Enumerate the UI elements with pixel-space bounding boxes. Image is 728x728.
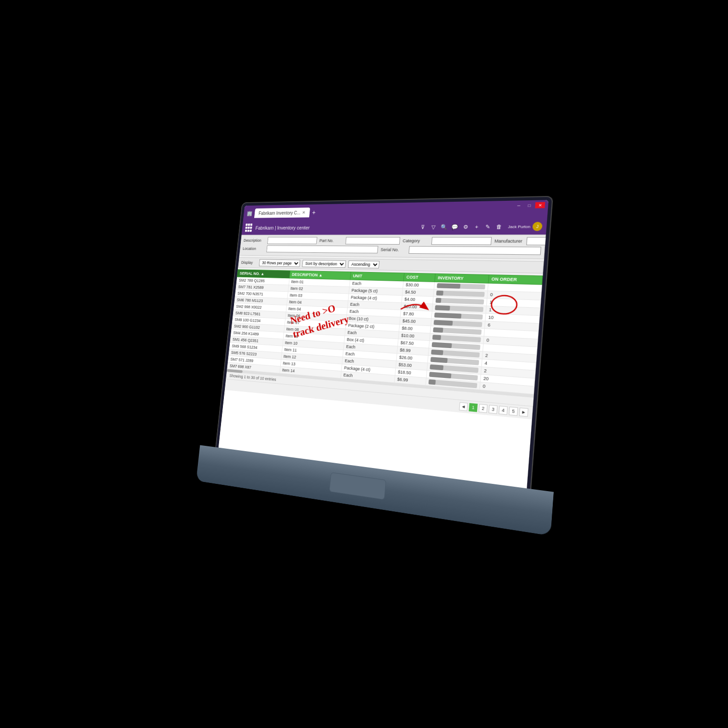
sort-by-select[interactable]: Sort by description [302, 260, 346, 268]
maximize-button[interactable]: □ [524, 202, 534, 208]
cell-inventory [431, 319, 485, 329]
user-name: Jack Purton [508, 224, 531, 229]
part-no-input[interactable] [345, 237, 400, 245]
page-2-button[interactable]: 2 [479, 404, 488, 413]
cell-on-order: 1 [486, 306, 540, 315]
windows-logo-icon [220, 461, 227, 469]
cell-on-order: 6 [484, 321, 539, 331]
laptop-device: 🏢 Fabrikam Inventory C... ✕ + ─ □ ✕ [175, 164, 588, 605]
app-toolbar: Fabrikam | Inventory center ⊽ ▽ 🔍 💬 ⚙ + … [242, 218, 547, 234]
col-header-on-order: ON ORDER [488, 275, 543, 285]
cell-on-order: 2 [482, 351, 536, 363]
delete-icon[interactable]: 🗑 [494, 222, 504, 231]
browser-logo-icon: 🏢 [247, 210, 253, 216]
cell-inventory [434, 282, 489, 290]
minimize-button[interactable]: ─ [514, 202, 524, 208]
tab-close-icon[interactable]: ✕ [302, 210, 306, 215]
description-label: Description [244, 238, 266, 243]
breadcrumb-app: Fabrikam | Inventory center [255, 225, 310, 231]
cell-on-order [484, 328, 538, 339]
cell-cost: $10.00 [398, 332, 430, 341]
col-header-cost: COST [403, 273, 435, 282]
cell-inventory [427, 363, 481, 375]
annotation-arrow-svg [397, 297, 433, 323]
cell-cost: $4.50 [402, 288, 434, 297]
search-icon[interactable]: 🔍 [439, 222, 449, 231]
start-button[interactable] [220, 460, 228, 470]
main-content-area: Description Part No. Category Manufactur… [225, 234, 546, 419]
page-3-button[interactable]: 3 [489, 405, 498, 414]
window-controls: ─ □ ✕ [514, 202, 545, 209]
description-input[interactable] [267, 237, 317, 244]
cell-cost: $45.00 [400, 317, 431, 326]
comment-icon[interactable]: 💬 [450, 222, 459, 231]
apps-grid-icon[interactable] [245, 223, 254, 232]
cell-cost: $30.00 [403, 281, 435, 289]
cell-inventory [429, 348, 483, 359]
cell-on-order: 4 [481, 359, 536, 371]
funnel-icon[interactable]: ▽ [429, 222, 438, 231]
cell-cost: $26.00 [396, 353, 429, 363]
cell-on-order: 20 [480, 375, 534, 387]
category-label: Category [403, 238, 429, 243]
cell-inventory [431, 311, 486, 321]
new-tab-icon[interactable]: + [312, 209, 316, 216]
cell-cost: $6.99 [394, 376, 427, 386]
rows-per-page-select[interactable]: 30 Rows per page [259, 259, 300, 267]
settings-icon[interactable]: ⚙ [461, 222, 470, 231]
cell-inventory [432, 304, 487, 313]
col-header-inventory: INVENTORY [435, 273, 489, 283]
cell-inventory [429, 341, 483, 351]
next-page-button[interactable]: ► [519, 408, 528, 417]
cell-cost: $67.50 [398, 339, 430, 348]
cell-inventory [433, 289, 488, 299]
cell-on-order [488, 283, 542, 292]
svg-point-0 [491, 295, 518, 314]
cell-on-order: 0 [480, 382, 534, 394]
filter-row-1: Description Part No. Category Manufactur… [243, 237, 542, 245]
location-label: Location [243, 247, 265, 251]
cell-on-order [483, 344, 537, 355]
pagination-controls: ◄ 1 2 3 4 5 ► [225, 379, 533, 419]
category-input[interactable] [431, 237, 492, 245]
user-avatar: J [532, 222, 543, 231]
cell-on-order: 0 [487, 291, 542, 300]
part-no-label: Part No. [319, 238, 343, 243]
cell-cost: $53.00 [396, 361, 428, 370]
browser-chrome: 🏢 Fabrikam Inventory C... ✕ + ─ □ ✕ [243, 200, 549, 221]
browser-tab-active[interactable]: Fabrikam Inventory C... ✕ [254, 208, 310, 218]
cell-cost: $20.00 [401, 303, 433, 312]
cell-on-order: 0 [483, 336, 538, 347]
edit-icon[interactable]: ✎ [483, 222, 493, 232]
cell-inventory [430, 326, 485, 336]
order-select[interactable]: Ascending [348, 260, 380, 269]
manufacturer-input[interactable] [526, 237, 546, 245]
cell-cost: $4.00 [402, 296, 433, 304]
serial-no-input[interactable] [409, 246, 542, 255]
task-view-icon[interactable]: ⊟ [262, 466, 270, 476]
cortana-icon[interactable]: ○ [251, 465, 260, 474]
add-icon[interactable]: + [472, 222, 481, 231]
manufacturer-label: Manufacturer [494, 239, 524, 244]
tab-label: Fabrikam Inventory C... [259, 210, 301, 215]
display-label: Display [241, 260, 257, 265]
page-5-button[interactable]: 5 [509, 407, 518, 416]
cell-cost: $8.99 [397, 346, 429, 355]
filter-icon[interactable]: ⊽ [418, 223, 427, 232]
serial-no-label: Serial No. [380, 247, 406, 252]
page-1-button[interactable]: 1 [469, 403, 478, 412]
cell-on-order: 2 [481, 367, 535, 378]
filter-section: Description Part No. Category Manufactur… [239, 234, 546, 259]
cell-inventory [427, 370, 481, 382]
close-button[interactable]: ✕ [535, 202, 545, 208]
cell-inventory [429, 333, 484, 344]
back-icon[interactable]: ← [231, 462, 239, 471]
taskbar-search-icon[interactable]: 🔍 [241, 463, 249, 472]
page-4-button[interactable]: 4 [499, 406, 508, 415]
cell-inventory [433, 297, 487, 306]
annotation-circle-svg [489, 293, 520, 317]
cell-inventory [426, 378, 480, 390]
toolbar-right-icons: ⊽ ▽ 🔍 💬 ⚙ + ✎ 🗑 Jack Purton J [418, 222, 543, 232]
prev-page-button[interactable]: ◄ [459, 402, 468, 411]
location-input[interactable] [266, 245, 378, 253]
